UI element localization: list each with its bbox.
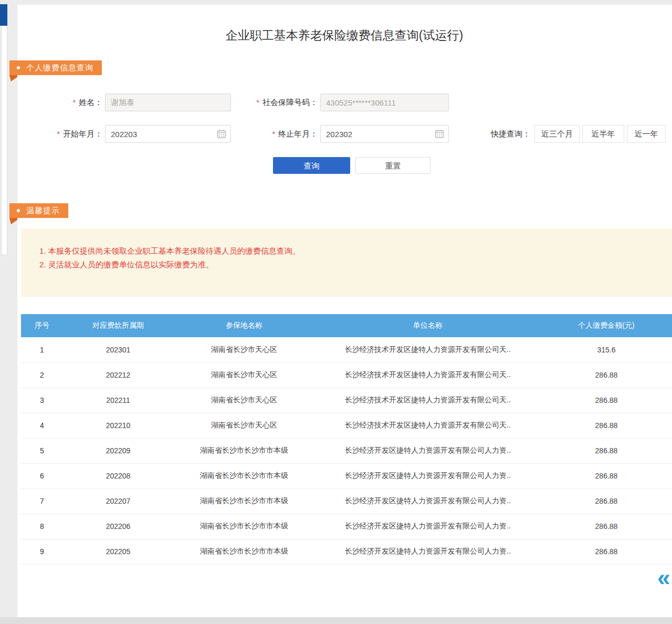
start-date-label: *开始年月：	[47, 125, 102, 143]
table-row: 4202210湖南省长沙市天心区长沙经济技术开发区捷特人力资源开发有限公司天..…	[21, 413, 672, 438]
required-asterisk: *	[73, 98, 76, 107]
ssn-label: *社会保障号码：	[236, 93, 318, 111]
section-badge-query-label: 个人缴费信息查询	[26, 63, 93, 73]
end-date-field[interactable]	[320, 125, 449, 143]
table-cell: 湖南省长沙市长沙市市本级	[173, 463, 315, 488]
table-cell: 5	[21, 438, 63, 463]
table-row: 9202205湖南省长沙市长沙市市本级长沙经济开发区捷特人力资源开发有限公司人力…	[21, 539, 672, 564]
table-cell: 202207	[63, 488, 173, 514]
start-date-field[interactable]	[105, 125, 231, 143]
quick-query-label: 快捷查询：	[483, 125, 530, 143]
section-badge-tips: 温馨提示	[9, 203, 68, 218]
table-cell: 湖南省长沙市天心区	[173, 362, 315, 388]
table-cell: 6	[21, 463, 63, 488]
table-row: 7202207湖南省长沙市长沙市市本级长沙经济开发区捷特人力资源开发有限公司人力…	[21, 488, 672, 514]
table-row: 5202209湖南省长沙市长沙市市本级长沙经济开发区捷特人力资源开发有限公司人力…	[21, 438, 672, 463]
table-cell: 长沙经济开发区捷特人力资源开发有限公司人力资..	[315, 539, 541, 564]
table-cell: 202208	[63, 463, 173, 488]
tips-box: 1. 本服务仅提供尚未领取企业职工基本养老保险待遇人员的缴费信息查询。 2. 灵…	[21, 228, 672, 297]
quick-last-year-button[interactable]: 近一年	[627, 125, 666, 143]
table-cell: 长沙经济技术开发区捷特人力资源开发有限公司天..	[315, 388, 541, 413]
column-header: 对应费款所属期	[63, 314, 173, 337]
table-header-row: 序号对应费款所属期参保地名称单位名称个人缴费金额(元)	[21, 314, 672, 337]
end-date-label: *终止年月：	[236, 125, 318, 143]
ribbon-fold	[9, 75, 17, 81]
table-cell: 286.88	[541, 514, 672, 539]
column-header: 序号	[21, 314, 63, 337]
table-cell: 8	[21, 514, 63, 539]
section-badge-query: 个人缴费信息查询	[9, 60, 102, 75]
table-cell: 湖南省长沙市长沙市市本级	[173, 514, 315, 539]
sidebar-blue-tab[interactable]	[0, 4, 7, 26]
ribbon-fold	[9, 218, 17, 224]
required-asterisk: *	[272, 130, 275, 138]
table-cell: 202205	[63, 539, 173, 564]
footer-strip	[0, 617, 672, 624]
ssn-field[interactable]	[320, 93, 449, 111]
table-cell: 长沙经济技术开发区捷特人力资源开发有限公司天..	[315, 337, 541, 362]
table-row: 3202211湖南省长沙市天心区长沙经济技术开发区捷特人力资源开发有限公司天..…	[21, 388, 672, 413]
table-cell: 286.88	[541, 438, 672, 463]
table-cell: 湖南省长沙市长沙市市本级	[173, 438, 315, 463]
table-row: 2202212湖南省长沙市天心区长沙经济技术开发区捷特人力资源开发有限公司天..…	[21, 362, 672, 388]
table-row: 1202301湖南省长沙市天心区长沙经济技术开发区捷特人力资源开发有限公司天..…	[21, 337, 672, 362]
table-cell: 202209	[63, 438, 173, 463]
name-field[interactable]	[105, 93, 231, 111]
table-cell: 1	[21, 337, 63, 362]
table-body: 1202301湖南省长沙市天心区长沙经济技术开发区捷特人力资源开发有限公司天..…	[21, 337, 672, 564]
column-header: 单位名称	[315, 314, 541, 337]
table-cell: 长沙经济开发区捷特人力资源开发有限公司人力资..	[315, 438, 541, 463]
collapsed-sidebar	[1, 4, 7, 255]
table-cell: 286.88	[541, 488, 672, 514]
name-label: *姓名：	[47, 93, 102, 111]
payment-table: 序号对应费款所属期参保地名称单位名称个人缴费金额(元) 1202301湖南省长沙…	[21, 314, 672, 565]
required-asterisk: *	[257, 98, 259, 107]
start-date-picker[interactable]	[105, 125, 231, 143]
table-row: 8202206湖南省长沙市长沙市市本级长沙经济开发区捷特人力资源开发有限公司人力…	[21, 514, 672, 539]
table-cell: 7	[21, 488, 63, 514]
table-cell: 3	[21, 388, 63, 413]
table-cell: 202301	[63, 337, 173, 362]
table-cell: 286.88	[541, 463, 672, 488]
table-cell: 2	[21, 362, 63, 388]
quick-last-3-months-button[interactable]: 近三个月	[534, 125, 580, 143]
table-cell: 286.88	[541, 413, 672, 438]
table-cell: 202210	[63, 413, 173, 438]
table-cell: 202211	[63, 388, 173, 413]
table-cell: 长沙经济开发区捷特人力资源开发有限公司人力资..	[315, 488, 541, 514]
double-chevron-left-icon[interactable]: «	[657, 566, 670, 589]
tip-line: 1. 本服务仅提供尚未领取企业职工基本养老保险待遇人员的缴费信息查询。	[39, 244, 662, 258]
table-cell: 长沙经济技术开发区捷特人力资源开发有限公司天..	[315, 413, 541, 438]
table-cell: 4	[21, 413, 63, 438]
column-header: 参保地名称	[173, 314, 315, 337]
table-cell: 9	[21, 539, 63, 564]
end-date-picker[interactable]	[320, 125, 449, 143]
table-cell: 长沙经济开发区捷特人力资源开发有限公司人力资..	[315, 514, 541, 539]
table-row: 6202208湖南省长沙市长沙市市本级长沙经济开发区捷特人力资源开发有限公司人力…	[21, 463, 672, 488]
page-title: 企业职工基本养老保险缴费信息查询(试运行)	[17, 27, 672, 44]
table-cell: 202212	[63, 362, 173, 388]
table-cell: 长沙经济技术开发区捷特人力资源开发有限公司天..	[315, 362, 541, 388]
table-cell: 286.88	[541, 362, 672, 388]
table-cell: 湖南省长沙市天心区	[173, 337, 315, 362]
required-asterisk: *	[57, 130, 60, 138]
bullet-dot-icon	[17, 66, 20, 69]
table-cell: 315.6	[541, 337, 672, 362]
table-cell: 湖南省长沙市长沙市市本级	[173, 539, 315, 564]
quick-last-half-year-button[interactable]: 近半年	[582, 125, 624, 143]
table-cell: 湖南省长沙市长沙市市本级	[173, 488, 315, 514]
column-header: 个人缴费金额(元)	[541, 314, 672, 337]
table-cell: 286.88	[541, 539, 672, 564]
table-cell: 286.88	[541, 388, 672, 413]
reset-button[interactable]: 重置	[355, 157, 430, 174]
tip-line: 2. 灵活就业人员的缴费单位信息以实际缴费为准。	[39, 258, 662, 272]
bullet-dot-icon	[17, 209, 20, 212]
table-cell: 202206	[63, 514, 173, 539]
query-button[interactable]: 查询	[273, 157, 350, 174]
section-badge-tips-label: 温馨提示	[26, 206, 60, 216]
table-cell: 湖南省长沙市天心区	[173, 388, 315, 413]
table-cell: 长沙经济开发区捷特人力资源开发有限公司人力资..	[315, 463, 541, 488]
table-cell: 湖南省长沙市天心区	[173, 413, 315, 438]
